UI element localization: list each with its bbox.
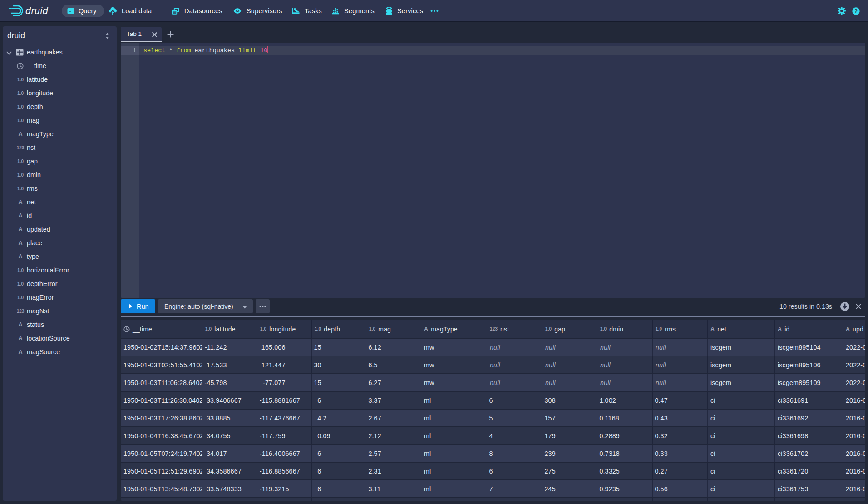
svg-text:?: ? [854,8,858,15]
